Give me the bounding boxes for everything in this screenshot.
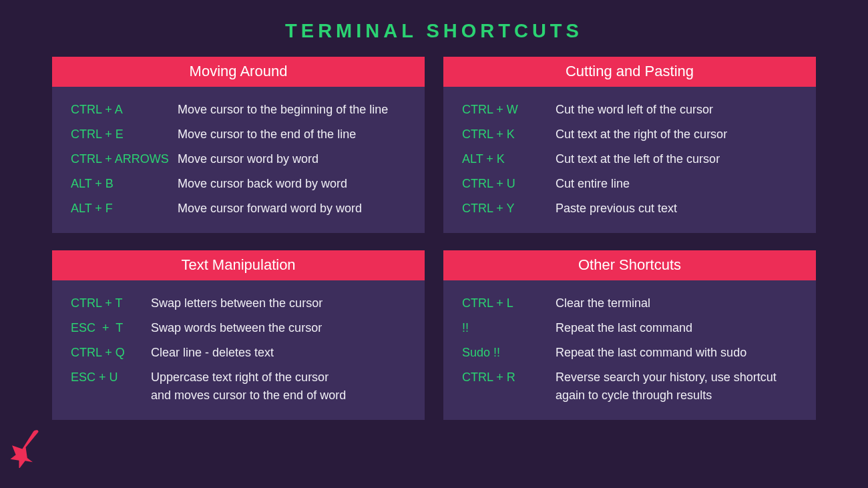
shortcut-row: CTRL + AMove cursor to the beginning of … <box>71 97 410 122</box>
shortcut-desc: Uppercase text right of the cursor and m… <box>151 369 346 405</box>
section-card: Moving AroundCTRL + AMove cursor to the … <box>52 57 425 233</box>
shortcut-desc: Repeat the last command <box>556 319 692 337</box>
shortcut-key: ESC + T <box>71 319 151 337</box>
shortcut-key: CTRL + E <box>71 126 178 144</box>
shortcut-desc: Swap words between the cursor <box>151 319 322 337</box>
shortcut-desc: Reverse search your history, use shortcu… <box>556 369 801 405</box>
shortcut-desc: Cut entire line <box>556 175 630 193</box>
shortcut-desc: Move cursor to the beginning of the line <box>178 101 388 119</box>
shortcut-desc: Paste previous cut text <box>556 200 677 218</box>
section-card: Text ManipulationCTRL + TSwap letters be… <box>52 250 425 420</box>
shortcut-key: CTRL + ARROWS <box>71 150 178 168</box>
section-card: Cutting and PastingCTRL + WCut the word … <box>443 57 816 233</box>
shortcut-key: CTRL + L <box>462 294 556 312</box>
shortcut-row: ALT + FMove cursor forward word by word <box>71 196 410 221</box>
shortcut-row: CTRL + TSwap letters between the cursor <box>71 291 410 316</box>
shortcut-row: ESC + TSwap words between the cursor <box>71 316 410 340</box>
shortcut-row: ESC + UUppercase text right of the curso… <box>71 365 410 408</box>
shortcut-desc: Cut text at the left of the cursor <box>556 150 720 168</box>
airplane-icon <box>5 429 44 468</box>
section-header: Text Manipulation <box>52 250 425 280</box>
shortcut-key: Sudo !! <box>462 344 556 362</box>
section-header: Other Shortcuts <box>443 250 816 280</box>
shortcut-desc: Move cursor back word by word <box>178 175 347 193</box>
section-body: CTRL + LClear the terminal!!Repeat the l… <box>443 280 816 420</box>
shortcut-key: ALT + F <box>71 200 178 218</box>
section-card: Other ShortcutsCTRL + LClear the termina… <box>443 250 816 420</box>
shortcut-desc: Clear line - deletes text <box>151 344 274 362</box>
shortcut-row: CTRL + RReverse search your history, use… <box>462 365 801 408</box>
shortcut-key: CTRL + K <box>462 126 556 144</box>
shortcut-row: CTRL + KCut text at the right of the cur… <box>462 122 801 147</box>
shortcut-row: CTRL + YPaste previous cut text <box>462 196 801 221</box>
shortcut-desc: Cut the word left of the cursor <box>556 101 713 119</box>
shortcut-key: CTRL + Q <box>71 344 151 362</box>
shortcut-desc: Move cursor forward word by word <box>178 200 362 218</box>
shortcut-row: !!Repeat the last command <box>462 316 801 340</box>
shortcut-desc: Move cursor word by word <box>178 150 318 168</box>
shortcut-desc: Move cursor to the end of the line <box>178 126 356 144</box>
shortcut-key: CTRL + U <box>462 175 556 193</box>
shortcut-row: Sudo !!Repeat the last command with sudo <box>462 340 801 365</box>
shortcut-desc: Clear the terminal <box>556 294 650 312</box>
shortcut-key: CTRL + R <box>462 369 556 387</box>
section-body: CTRL + TSwap letters between the cursorE… <box>52 280 425 420</box>
shortcut-key: CTRL + T <box>71 294 151 312</box>
section-header: Moving Around <box>52 57 425 87</box>
shortcut-key: CTRL + W <box>462 101 556 119</box>
shortcut-desc: Swap letters between the cursor <box>151 294 322 312</box>
section-body: CTRL + WCut the word left of the cursorC… <box>443 87 816 233</box>
shortcut-key: CTRL + Y <box>462 200 556 218</box>
shortcut-row: CTRL + EMove cursor to the end of the li… <box>71 122 410 147</box>
shortcut-key: CTRL + A <box>71 101 178 119</box>
shortcut-key: !! <box>462 319 556 337</box>
section-body: CTRL + AMove cursor to the beginning of … <box>52 87 425 233</box>
shortcut-row: CTRL + ARROWSMove cursor word by word <box>71 147 410 172</box>
shortcut-row: CTRL + WCut the word left of the cursor <box>462 97 801 122</box>
shortcut-key: ALT + B <box>71 175 178 193</box>
shortcut-key: ALT + K <box>462 150 556 168</box>
shortcut-desc: Repeat the last command with sudo <box>556 344 746 362</box>
page-title: TERMINAL SHORTCUTS <box>0 0 868 57</box>
shortcut-row: CTRL + QClear line - deletes text <box>71 340 410 365</box>
shortcut-desc: Cut text at the right of the cursor <box>556 126 727 144</box>
sections-grid: Moving AroundCTRL + AMove cursor to the … <box>0 57 868 420</box>
shortcut-row: ALT + KCut text at the left of the curso… <box>462 147 801 172</box>
section-header: Cutting and Pasting <box>443 57 816 87</box>
shortcut-key: ESC + U <box>71 369 151 387</box>
shortcut-row: CTRL + LClear the terminal <box>462 291 801 316</box>
shortcut-row: ALT + BMove cursor back word by word <box>71 172 410 196</box>
shortcut-row: CTRL + UCut entire line <box>462 172 801 196</box>
